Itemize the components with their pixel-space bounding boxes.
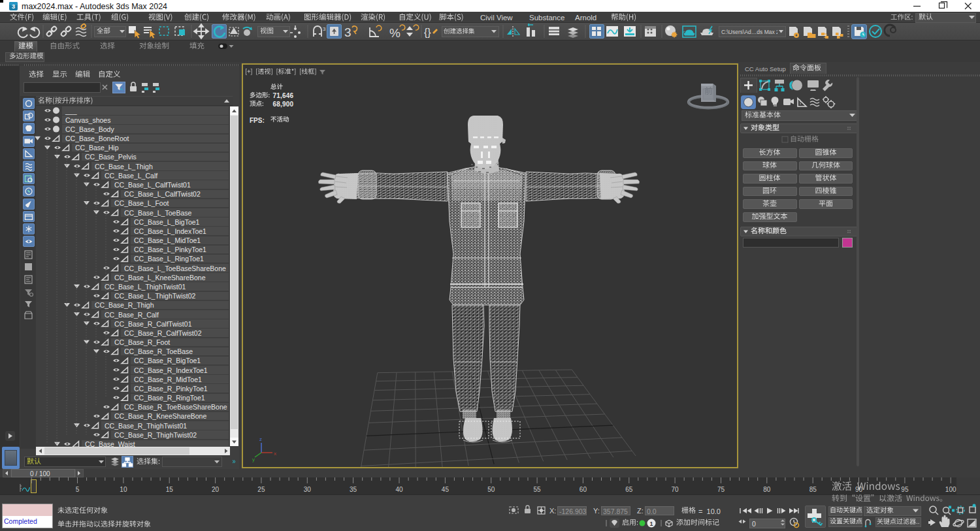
svg-text:x: x bbox=[274, 451, 276, 457]
svg-text:z: z bbox=[259, 436, 262, 442]
svg-text:y: y bbox=[252, 457, 255, 462]
